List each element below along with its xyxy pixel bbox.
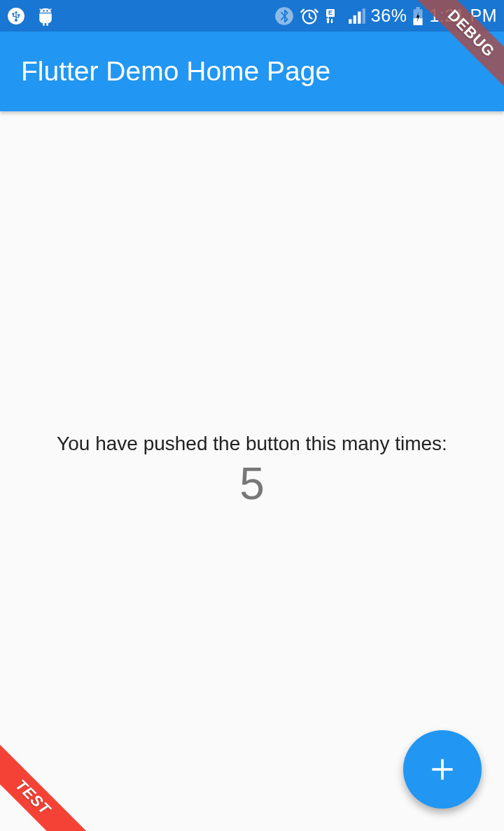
bluetooth-icon bbox=[274, 6, 294, 26]
alarm-icon bbox=[300, 6, 319, 26]
svg-text:E: E bbox=[328, 9, 332, 16]
svg-rect-7 bbox=[358, 11, 360, 23]
svg-rect-6 bbox=[354, 15, 356, 23]
statusbar-left bbox=[7, 6, 56, 27]
svg-rect-11 bbox=[416, 7, 420, 9]
network-data-icon: E bbox=[325, 8, 342, 25]
usb-icon bbox=[7, 7, 25, 25]
appbar-title: Flutter Demo Home Page bbox=[21, 56, 330, 87]
plus-icon bbox=[427, 754, 458, 785]
counter-label: You have pushed the button this many tim… bbox=[57, 433, 447, 455]
battery-charging-icon bbox=[412, 7, 424, 25]
counter-value: 5 bbox=[239, 458, 265, 510]
svg-rect-8 bbox=[363, 8, 365, 24]
increment-fab[interactable] bbox=[403, 730, 482, 809]
appbar: Flutter Demo Home Page bbox=[0, 32, 504, 111]
statusbar-right: E 36% bbox=[274, 6, 497, 26]
battery-percent-text: 36% bbox=[371, 6, 407, 26]
svg-rect-5 bbox=[349, 19, 351, 24]
android-statusbar: E 36% bbox=[0, 0, 504, 32]
clock-text: 1:21 PM bbox=[429, 6, 497, 26]
signal-icon bbox=[347, 7, 365, 25]
main-content: You have pushed the button this many tim… bbox=[0, 111, 504, 831]
android-debug-icon bbox=[35, 6, 56, 27]
